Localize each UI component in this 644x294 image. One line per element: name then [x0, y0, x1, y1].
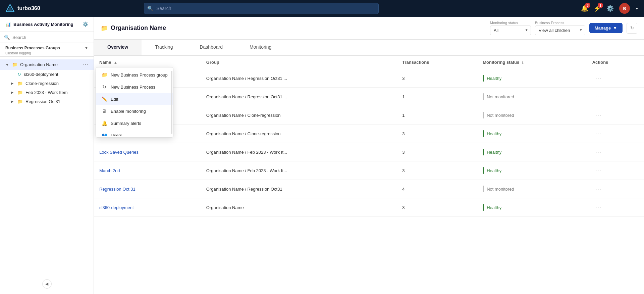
cell-status: Healthy	[477, 143, 587, 161]
menu-item-edit[interactable]: ✏️ Edit	[96, 93, 173, 105]
cell-group: Organisation Name / Regression Oct31	[201, 180, 397, 198]
chevron-down-icon: ▼	[5, 63, 10, 67]
cell-actions[interactable]: ⋯	[587, 106, 644, 125]
feb2023-label: Feb 2023 - Work Item	[25, 90, 88, 95]
info-icon[interactable]: ℹ	[522, 60, 523, 64]
sidebar-collapse-button[interactable]: ◀	[42, 279, 52, 289]
row-actions-button[interactable]: ⋯	[592, 203, 604, 212]
cell-actions[interactable]: ⋯	[587, 125, 644, 143]
business-process-filter[interactable]: Business Process View all children	[535, 21, 585, 35]
brand[interactable]: turbo360	[5, 4, 40, 13]
sidebar-title: Business Activity Monitoring	[13, 22, 73, 27]
sidebar-section-chevron-icon: ▼	[85, 46, 88, 50]
business-process-label: Business Process	[535, 21, 585, 25]
sidebar-header[interactable]: 📊 Business Activity Monitoring ⚙️	[0, 17, 94, 32]
row-actions-button[interactable]: ⋯	[592, 148, 604, 156]
chevron-right-icon: ▶	[11, 99, 15, 104]
row-actions-button[interactable]: ⋯	[592, 185, 604, 193]
content-header: 📁 Organisation Name Monitoring status Al…	[94, 17, 644, 40]
cell-transactions: 4	[397, 180, 477, 198]
page-layout: 📊 Business Activity Monitoring ⚙️ 🔍 Busi…	[0, 17, 644, 294]
more-options-icon[interactable]: ⋯	[83, 61, 88, 68]
chevron-right-icon: ▶	[11, 81, 15, 86]
menu-scrollbar	[171, 71, 172, 134]
refresh-button[interactable]: ↻	[627, 23, 637, 34]
menu-item-new-process[interactable]: ↻ New Business Process	[96, 81, 173, 93]
col-group: Group	[201, 56, 397, 69]
sidebar-item-organisation[interactable]: ▼ 📁 Organisation Name ⋯	[0, 59, 94, 70]
cell-actions[interactable]: ⋯	[587, 198, 644, 217]
cell-name[interactable]: March 2nd	[94, 161, 201, 180]
menu-item-new-group[interactable]: 📁 New Business Process group	[96, 69, 173, 81]
monitoring-status-select[interactable]: All Healthy Not monitored	[490, 26, 531, 35]
menu-item-users[interactable]: 👥 Users	[96, 129, 173, 136]
sidebar-header-title: 📊 Business Activity Monitoring	[5, 22, 73, 27]
page-folder-icon: 📁	[101, 24, 108, 32]
table-row: Lock Saved Queries Organisation Name / R…	[94, 88, 644, 106]
manage-chevron-icon: ▼	[613, 26, 617, 31]
gear-icon: ⚙️	[606, 5, 614, 12]
cell-name[interactable]: sl360-deployment	[94, 198, 201, 217]
sidebar-search-bar[interactable]: 🔍	[0, 32, 94, 43]
sidebar-item-regression[interactable]: ▶ 📁 Regression Oct31	[0, 97, 94, 106]
status-label: Healthy	[487, 168, 501, 173]
name-link[interactable]: Regression Oct 31	[99, 187, 136, 192]
row-actions-button[interactable]: ⋯	[592, 92, 604, 101]
process-icon: ↻	[17, 72, 21, 77]
sidebar-search-input[interactable]	[12, 35, 90, 40]
status-label: Healthy	[487, 150, 501, 155]
manage-label: Manage	[595, 26, 611, 31]
row-actions-button[interactable]: ⋯	[592, 74, 604, 83]
alerts-button[interactable]: ⚡ 1	[594, 5, 601, 12]
alert-badge: 1	[598, 3, 603, 8]
business-process-select[interactable]: View all children	[535, 26, 585, 35]
status-bar-icon	[483, 112, 484, 118]
tab-monitoring[interactable]: Monitoring	[236, 40, 285, 55]
sidebar-item-clone[interactable]: ▶ 📁 Clone-regression	[0, 79, 94, 88]
notifications-button[interactable]: 🔔 3	[581, 5, 588, 12]
name-link[interactable]: March 2nd	[99, 168, 120, 173]
cell-actions[interactable]: ⋯	[587, 69, 644, 88]
cell-actions[interactable]: ⋯	[587, 180, 644, 198]
menu-label-users: Users	[111, 133, 122, 136]
name-link[interactable]: sl360-deployment	[99, 205, 134, 210]
cell-actions[interactable]: ⋯	[587, 88, 644, 106]
cell-transactions: 1	[397, 106, 477, 125]
monitor-icon: 🖥	[101, 108, 107, 114]
sidebar-section-header[interactable]: Business Processes Groups ▼ Custom loggi…	[0, 43, 94, 57]
brand-name: turbo360	[17, 5, 40, 11]
monitoring-status-filter[interactable]: Monitoring status All Healthy Not monito…	[490, 21, 531, 35]
cell-actions[interactable]: ⋯	[587, 143, 644, 161]
row-actions-button[interactable]: ⋯	[592, 111, 604, 119]
name-link[interactable]: Lock Saved Queries	[99, 150, 139, 155]
sidebar-item-sl360[interactable]: ▶ ↻ sl360-deployment	[0, 70, 94, 79]
data-table: Name ▲ Group Transactions Monitoring sta…	[94, 56, 644, 217]
cell-transactions: 3	[397, 198, 477, 217]
status-bar-icon	[483, 93, 484, 100]
folder-icon: 📁	[17, 81, 23, 86]
cell-status: Not monitored	[477, 106, 587, 125]
settings-button[interactable]: ⚙️	[606, 5, 614, 12]
settings-icon[interactable]: ⚙️	[83, 21, 88, 27]
menu-item-summary-alerts[interactable]: 🔔 Summary alerts	[96, 117, 173, 129]
tab-dashboard[interactable]: Dashboard	[186, 40, 236, 55]
menu-item-enable-monitoring[interactable]: 🖥 Enable monitoring	[96, 105, 173, 117]
menu-label-enable-monitoring: Enable monitoring	[111, 109, 146, 114]
row-actions-button[interactable]: ⋯	[592, 166, 604, 175]
row-actions-button[interactable]: ⋯	[592, 129, 604, 138]
status-bar-icon	[483, 204, 484, 211]
cell-name[interactable]: Lock Saved Queries	[94, 143, 201, 161]
cell-status: Not monitored	[477, 88, 587, 106]
folder-icon: 📁	[12, 62, 17, 67]
tab-tracking[interactable]: Tracking	[142, 40, 186, 55]
search-input[interactable]	[144, 3, 379, 14]
cell-name[interactable]: Regression Oct 31	[94, 180, 201, 198]
tab-overview[interactable]: Overview	[94, 40, 142, 55]
sidebar-item-feb2023[interactable]: ▶ 📁 Feb 2023 - Work Item	[0, 88, 94, 97]
cell-actions[interactable]: ⋯	[587, 161, 644, 180]
tabs: Overview Tracking Dashboard Monitoring	[94, 40, 644, 56]
regression-label: Regression Oct31	[25, 99, 88, 104]
manage-button[interactable]: Manage ▼	[589, 23, 623, 33]
avatar[interactable]: B	[619, 3, 630, 14]
search-bar[interactable]: 🔍	[144, 3, 379, 14]
